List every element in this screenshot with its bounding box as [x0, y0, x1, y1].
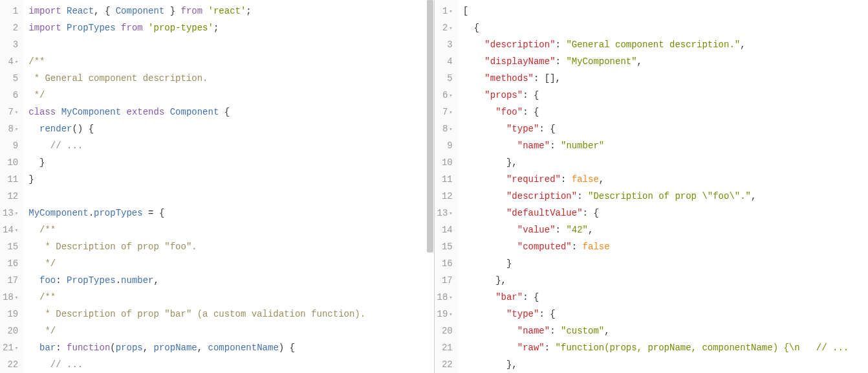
left-scrollbar[interactable] [427, 0, 433, 373]
token-pn [463, 174, 506, 185]
line-number: 12 [437, 188, 453, 205]
token-var: number [121, 275, 153, 286]
token-pn [28, 275, 39, 286]
left-code-area[interactable]: import React, { Component } from 'react'… [23, 0, 433, 373]
token-var: Component [170, 107, 219, 117]
code-line[interactable]: render() { [28, 120, 428, 137]
code-line[interactable] [28, 36, 428, 53]
code-line[interactable]: "foo": { [463, 104, 863, 120]
token-pn: ; [246, 6, 251, 16]
token-pn [28, 343, 39, 353]
token-var: propName [154, 343, 197, 353]
code-line[interactable]: import PropTypes from 'prop-types'; [28, 19, 428, 36]
token-prop: "value" [517, 225, 556, 235]
token-prop: "required" [506, 174, 561, 185]
left-editor-pane[interactable]: 12345678910111213141516171819202122 impo… [0, 0, 435, 373]
code-line[interactable]: }, [463, 154, 863, 171]
code-line[interactable]: "methods": [], [463, 70, 863, 87]
code-line[interactable]: // ... [28, 137, 428, 154]
line-number: 20 [3, 322, 18, 339]
token-pn [202, 6, 208, 16]
code-line[interactable]: /** [28, 289, 428, 306]
code-line[interactable]: */ [28, 255, 428, 272]
code-line[interactable]: }, [463, 272, 863, 289]
token-pn: , [740, 40, 745, 50]
line-number: 1 [437, 3, 453, 19]
line-number: 9 [437, 137, 453, 154]
code-line[interactable]: import React, { Component } from 'react'… [28, 3, 428, 19]
token-prop: "defaultValue" [506, 208, 583, 218]
code-line[interactable]: "name": "number" [463, 137, 863, 154]
left-scrollbar-thumb[interactable] [427, 0, 433, 253]
code-line[interactable]: } [463, 255, 863, 272]
token-kw: from [181, 6, 203, 16]
token-kw: extends [126, 107, 164, 117]
code-line[interactable]: foo: PropTypes.number, [28, 272, 428, 289]
token-cmt: // ... [50, 359, 83, 370]
code-line[interactable]: "bar": { [463, 289, 863, 306]
code-line[interactable]: /** [28, 221, 428, 238]
token-pn [28, 309, 45, 319]
code-line[interactable]: "props": { [463, 87, 863, 104]
token-pn: , [197, 343, 208, 353]
token-prop: "raw" [517, 343, 545, 353]
code-line[interactable]: "description": "General component descri… [463, 36, 863, 53]
code-line[interactable]: "defaultValue": { [463, 205, 863, 221]
token-prop: "type" [506, 309, 539, 319]
code-line[interactable]: "required": false, [463, 171, 863, 188]
code-line[interactable]: "description": "Description of prop \"fo… [463, 188, 863, 205]
code-line[interactable]: * Description of prop "bar" (a custom va… [28, 306, 428, 322]
code-line[interactable]: class MyComponent extends Component { [28, 104, 428, 120]
code-line[interactable]: "type": { [463, 120, 863, 137]
line-number: 18 [3, 289, 18, 306]
token-pn [463, 292, 495, 302]
code-line[interactable]: "name": "custom", [463, 322, 863, 339]
code-line[interactable]: */ [28, 322, 428, 339]
code-line[interactable]: * General component description. [28, 70, 428, 87]
token-pn: }, [463, 157, 517, 168]
line-number: 7 [3, 104, 18, 120]
token-str: 'react' [208, 6, 246, 16]
token-pn [28, 359, 50, 370]
code-line[interactable]: /** [28, 53, 428, 70]
line-number: 10 [437, 154, 453, 171]
code-line[interactable]: "raw": "function(props, propName, compon… [463, 339, 863, 356]
token-prop: "name" [517, 141, 550, 151]
token-pn: , { [94, 6, 116, 16]
code-line[interactable]: "computed": false [463, 238, 863, 255]
right-editor-pane[interactable]: 12345678910111213141516171819202122 [ { … [435, 0, 869, 373]
token-docc: * Description of prop "foo". [45, 242, 197, 252]
line-number: 8 [3, 120, 18, 137]
code-line[interactable]: */ [28, 87, 428, 104]
code-line[interactable]: MyComponent.propTypes = { [28, 205, 428, 221]
code-line[interactable]: [ [463, 3, 863, 19]
token-pn [28, 124, 39, 134]
code-line[interactable]: * Description of prop "foo". [28, 238, 428, 255]
code-line[interactable]: } [28, 154, 428, 171]
token-prop: "displayName" [484, 56, 555, 67]
token-pn: : [], [534, 73, 561, 84]
line-number: 5 [3, 70, 18, 87]
right-code-area[interactable]: [ { "description": "General component de… [458, 0, 868, 373]
code-line[interactable]: }, [463, 356, 863, 373]
code-line[interactable]: bar: function(props, propName, component… [28, 339, 428, 356]
token-prop: "foo" [495, 107, 523, 117]
code-line[interactable] [28, 188, 428, 205]
token-pn: : [556, 56, 567, 67]
token-pn: : { [523, 90, 539, 100]
token-pn: } [28, 157, 45, 168]
token-pn: : [556, 40, 567, 50]
line-number: 14 [3, 221, 18, 238]
code-line[interactable]: // ... [28, 356, 428, 373]
token-prop: "name" [517, 326, 550, 336]
code-line[interactable]: "displayName": "MyComponent", [463, 53, 863, 70]
line-number: 13 [3, 205, 18, 221]
code-line[interactable]: { [463, 19, 863, 36]
code-line[interactable]: "value": "42", [463, 221, 863, 238]
token-prop: "type" [506, 124, 539, 134]
code-line[interactable]: } [28, 171, 428, 188]
token-var: render [39, 124, 72, 134]
code-line[interactable]: "type": { [463, 306, 863, 322]
line-number: 6 [437, 87, 453, 104]
line-number: 13 [437, 205, 453, 221]
